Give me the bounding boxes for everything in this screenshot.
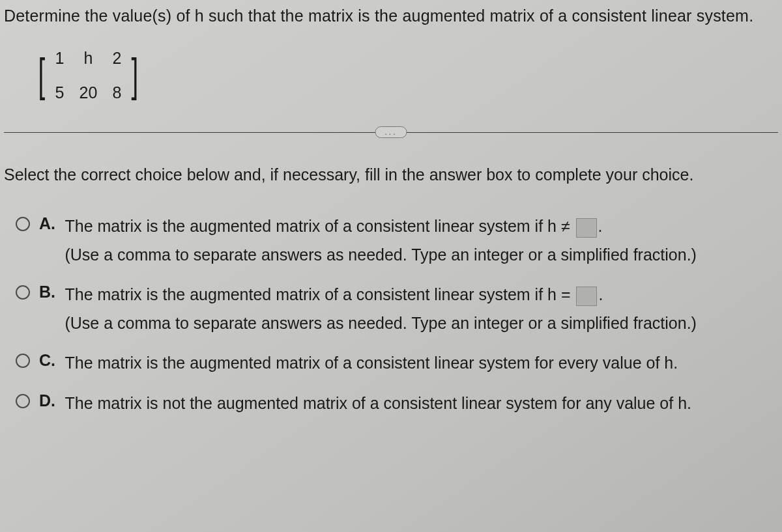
radio-c[interactable] (16, 354, 30, 368)
option-a: A. The matrix is the augmented matrix of… (16, 214, 778, 267)
augmented-matrix: [ 1 h 2 5 20 8 ] (35, 45, 778, 106)
option-a-hint: (Use a comma to separate answers as need… (65, 243, 696, 268)
option-d-body: D. The matrix is not the augmented matri… (39, 391, 778, 416)
option-b-text-after: . (598, 285, 603, 303)
option-d: D. The matrix is not the augmented matri… (16, 391, 778, 416)
matrix-cell: 2 (108, 49, 126, 68)
matrix-row-2: 5 20 8 (50, 83, 126, 102)
option-a-text-before: The matrix is the augmented matrix of a … (65, 217, 570, 235)
answer-input-b[interactable] (576, 287, 597, 306)
option-c-label: C. (39, 351, 55, 370)
option-b-text-before: The matrix is the augmented matrix of a … (65, 285, 570, 303)
option-c: C. The matrix is the augmented matrix of… (16, 351, 778, 376)
option-b-body: B. The matrix is the augmented matrix of… (39, 283, 778, 335)
matrix-cell: 20 (79, 83, 97, 102)
left-bracket-icon: [ (38, 56, 45, 95)
matrix-row-1: 1 h 2 (50, 49, 126, 68)
option-b-text: The matrix is the augmented matrix of a … (65, 283, 696, 335)
option-c-body: C. The matrix is the augmented matrix of… (39, 351, 778, 376)
radio-b[interactable] (16, 285, 30, 300)
option-c-text: The matrix is the augmented matrix of a … (65, 351, 678, 376)
option-d-text: The matrix is not the augmented matrix o… (65, 391, 691, 416)
option-b: B. The matrix is the augmented matrix of… (16, 283, 778, 335)
matrix-cell: 1 (50, 49, 68, 68)
question-page: Determine the value(s) of h such that th… (4, 5, 778, 415)
instruction: Select the correct choice below and, if … (4, 164, 778, 186)
options-group: A. The matrix is the augmented matrix of… (4, 214, 778, 415)
option-d-label: D. (39, 391, 55, 410)
option-a-body: A. The matrix is the augmented matrix of… (39, 214, 778, 267)
option-b-label: B. (39, 283, 55, 301)
matrix-cell: 5 (50, 83, 68, 102)
divider: ... (4, 132, 778, 133)
radio-d[interactable] (16, 394, 30, 408)
question-prompt: Determine the value(s) of h such that th… (4, 5, 778, 27)
matrix-cell: 8 (108, 83, 126, 102)
matrix-cell: h (79, 49, 97, 68)
option-a-label: A. (39, 214, 55, 233)
option-a-text-after: . (598, 217, 603, 235)
right-bracket-icon: ] (132, 56, 139, 95)
option-b-hint: (Use a comma to separate answers as need… (65, 311, 696, 336)
radio-a[interactable] (16, 217, 30, 231)
option-a-text: The matrix is the augmented matrix of a … (65, 214, 696, 267)
answer-input-a[interactable] (576, 218, 597, 238)
matrix-body: 1 h 2 5 20 8 (48, 45, 128, 106)
expand-pill[interactable]: ... (375, 126, 407, 138)
